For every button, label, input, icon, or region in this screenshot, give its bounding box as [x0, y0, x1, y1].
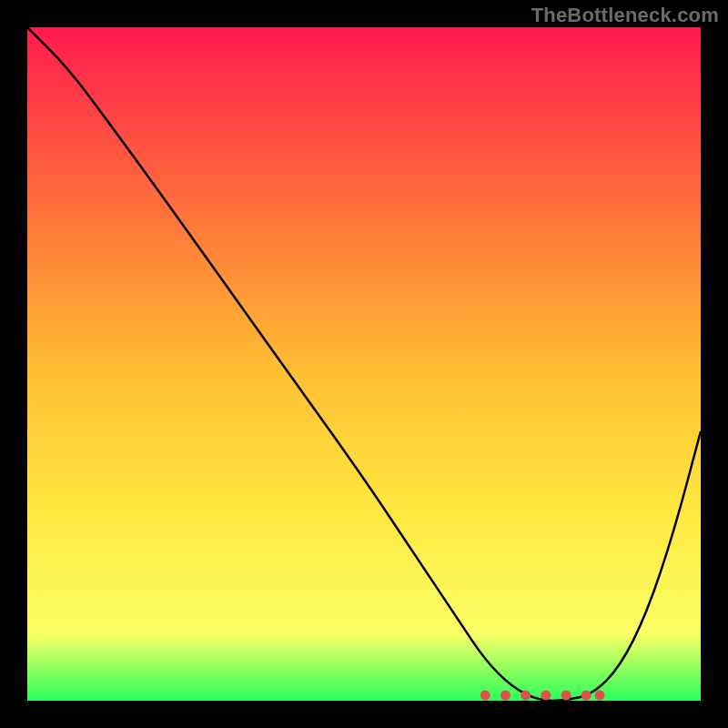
optimal-dot — [581, 691, 592, 701]
chart-frame: { "watermark": "TheBottleneck.com", "col… — [0, 0, 728, 728]
optimal-dot — [541, 691, 551, 701]
optimal-dot — [521, 691, 531, 701]
optimal-dot — [500, 691, 511, 701]
optimal-dot — [595, 691, 605, 701]
plot-background — [27, 27, 701, 701]
optimal-dot — [561, 691, 571, 701]
watermark-text: TheBottleneck.com — [531, 4, 719, 27]
optimal-dot — [480, 691, 490, 701]
bottleneck-chart — [0, 0, 728, 728]
